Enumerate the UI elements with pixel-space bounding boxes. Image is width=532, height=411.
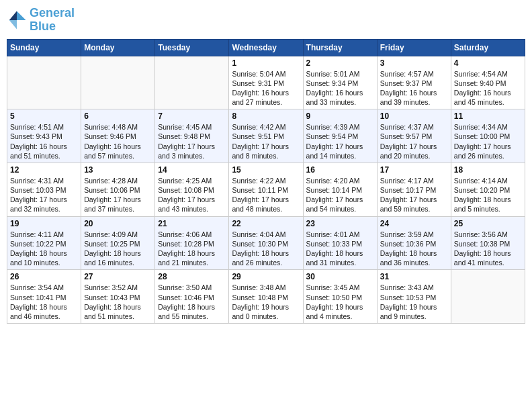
logo-text-line1: General [30,7,75,20]
calendar-cell: 20Sunrise: 4:09 AM Sunset: 10:25 PM Dayl… [81,216,155,270]
day-number: 3 [380,58,448,68]
calendar-cell: 23Sunrise: 4:01 AM Sunset: 10:33 PM Dayl… [303,216,377,270]
day-number: 7 [158,111,226,121]
calendar-week-row: 5Sunrise: 4:51 AM Sunset: 9:43 PM Daylig… [7,109,525,163]
calendar-cell: 30Sunrise: 3:45 AM Sunset: 10:50 PM Dayl… [303,270,377,324]
day-info: Sunrise: 4:20 AM Sunset: 10:14 PM Daylig… [306,176,374,214]
calendar-cell: 4Sunrise: 4:54 AM Sunset: 9:40 PM Daylig… [451,56,525,109]
calendar-cell: 6Sunrise: 4:48 AM Sunset: 9:46 PM Daylig… [81,109,155,163]
calendar-cell: 2Sunrise: 5:01 AM Sunset: 9:34 PM Daylig… [303,56,377,109]
day-info: Sunrise: 4:54 AM Sunset: 9:40 PM Dayligh… [454,69,522,107]
logo-icon [7,10,27,30]
day-number: 21 [158,219,226,228]
calendar-header-row: SundayMondayTuesdayWednesdayThursdayFrid… [7,39,525,56]
day-info: Sunrise: 5:01 AM Sunset: 9:34 PM Dayligh… [306,69,374,107]
calendar-cell: 7Sunrise: 4:45 AM Sunset: 9:48 PM Daylig… [155,109,229,163]
day-number: 11 [454,111,522,121]
day-number: 13 [84,165,152,175]
day-info: Sunrise: 4:34 AM Sunset: 10:00 PM Daylig… [454,122,522,161]
day-info: Sunrise: 3:56 AM Sunset: 10:38 PM Daylig… [454,230,522,268]
day-info: Sunrise: 4:22 AM Sunset: 10:11 PM Daylig… [232,176,300,214]
page-header: General Blue [7,7,525,34]
day-number: 31 [380,272,448,281]
day-number: 12 [10,165,78,175]
calendar-cell: 18Sunrise: 4:14 AM Sunset: 10:20 PM Dayl… [451,163,525,216]
calendar-table: SundayMondayTuesdayWednesdayThursdayFrid… [7,39,525,324]
day-number: 16 [306,165,374,175]
day-number: 1 [232,58,300,68]
day-number: 22 [232,219,300,228]
calendar-cell [81,56,155,109]
weekday-header-saturday: Saturday [451,39,525,56]
day-info: Sunrise: 5:04 AM Sunset: 9:31 PM Dayligh… [232,69,300,107]
weekday-header-friday: Friday [377,39,451,56]
day-info: Sunrise: 3:45 AM Sunset: 10:50 PM Daylig… [306,283,374,321]
day-number: 28 [158,272,226,281]
day-info: Sunrise: 4:57 AM Sunset: 9:37 PM Dayligh… [380,69,448,107]
calendar-cell: 19Sunrise: 4:11 AM Sunset: 10:22 PM Dayl… [7,216,81,270]
calendar-cell: 9Sunrise: 4:39 AM Sunset: 9:54 PM Daylig… [303,109,377,163]
day-number: 5 [10,111,78,121]
day-info: Sunrise: 4:09 AM Sunset: 10:25 PM Daylig… [84,230,152,268]
day-number: 30 [306,272,374,281]
day-info: Sunrise: 4:25 AM Sunset: 10:08 PM Daylig… [158,176,226,214]
day-info: Sunrise: 4:48 AM Sunset: 9:46 PM Dayligh… [84,122,152,161]
svg-marker-0 [17,11,26,20]
day-number: 24 [380,219,448,228]
day-info: Sunrise: 4:04 AM Sunset: 10:30 PM Daylig… [232,230,300,268]
day-number: 10 [380,111,448,121]
day-info: Sunrise: 4:17 AM Sunset: 10:17 PM Daylig… [380,176,448,214]
day-info: Sunrise: 4:06 AM Sunset: 10:28 PM Daylig… [158,230,226,268]
day-info: Sunrise: 4:42 AM Sunset: 9:51 PM Dayligh… [232,122,300,161]
calendar-cell: 21Sunrise: 4:06 AM Sunset: 10:28 PM Dayl… [155,216,229,270]
calendar-week-row: 19Sunrise: 4:11 AM Sunset: 10:22 PM Dayl… [7,216,525,270]
calendar-cell: 10Sunrise: 4:37 AM Sunset: 9:57 PM Dayli… [377,109,451,163]
day-info: Sunrise: 4:28 AM Sunset: 10:06 PM Daylig… [84,176,152,214]
day-number: 4 [454,58,522,68]
day-number: 6 [84,111,152,121]
calendar-cell: 5Sunrise: 4:51 AM Sunset: 9:43 PM Daylig… [7,109,81,163]
calendar-cell: 1Sunrise: 5:04 AM Sunset: 9:31 PM Daylig… [229,56,303,109]
day-info: Sunrise: 3:54 AM Sunset: 10:41 PM Daylig… [10,283,78,321]
day-number: 8 [232,111,300,121]
weekday-header-monday: Monday [81,39,155,56]
day-info: Sunrise: 3:59 AM Sunset: 10:36 PM Daylig… [380,230,448,268]
day-number: 27 [84,272,152,281]
day-info: Sunrise: 4:14 AM Sunset: 10:20 PM Daylig… [454,176,522,214]
day-number: 20 [84,219,152,228]
weekday-header-wednesday: Wednesday [229,39,303,56]
calendar-cell: 28Sunrise: 3:50 AM Sunset: 10:46 PM Dayl… [155,270,229,324]
calendar-cell: 26Sunrise: 3:54 AM Sunset: 10:41 PM Dayl… [7,270,81,324]
day-number: 26 [10,272,78,281]
day-info: Sunrise: 4:45 AM Sunset: 9:48 PM Dayligh… [158,122,226,161]
calendar-cell [155,56,229,109]
weekday-header-thursday: Thursday [303,39,377,56]
day-info: Sunrise: 4:51 AM Sunset: 9:43 PM Dayligh… [10,122,78,161]
calendar-cell: 27Sunrise: 3:52 AM Sunset: 10:43 PM Dayl… [81,270,155,324]
svg-marker-1 [9,11,17,20]
day-number: 25 [454,219,522,228]
day-info: Sunrise: 4:31 AM Sunset: 10:03 PM Daylig… [10,176,78,214]
calendar-cell [451,270,525,324]
calendar-week-row: 26Sunrise: 3:54 AM Sunset: 10:41 PM Dayl… [7,270,525,324]
calendar-cell: 13Sunrise: 4:28 AM Sunset: 10:06 PM Dayl… [81,163,155,216]
svg-marker-2 [9,20,17,30]
calendar-cell: 22Sunrise: 4:04 AM Sunset: 10:30 PM Dayl… [229,216,303,270]
calendar-cell: 25Sunrise: 3:56 AM Sunset: 10:38 PM Dayl… [451,216,525,270]
calendar-cell: 15Sunrise: 4:22 AM Sunset: 10:11 PM Dayl… [229,163,303,216]
logo: General Blue [7,7,75,34]
day-info: Sunrise: 3:50 AM Sunset: 10:46 PM Daylig… [158,283,226,321]
day-number: 18 [454,165,522,175]
day-number: 29 [232,272,300,281]
day-number: 15 [232,165,300,175]
day-number: 17 [380,165,448,175]
day-number: 23 [306,219,374,228]
calendar-cell: 29Sunrise: 3:48 AM Sunset: 10:48 PM Dayl… [229,270,303,324]
calendar-cell: 31Sunrise: 3:43 AM Sunset: 10:53 PM Dayl… [377,270,451,324]
day-info: Sunrise: 3:43 AM Sunset: 10:53 PM Daylig… [380,283,448,321]
day-info: Sunrise: 4:39 AM Sunset: 9:54 PM Dayligh… [306,122,374,161]
calendar-week-row: 12Sunrise: 4:31 AM Sunset: 10:03 PM Dayl… [7,163,525,216]
calendar-cell: 3Sunrise: 4:57 AM Sunset: 9:37 PM Daylig… [377,56,451,109]
calendar-cell: 24Sunrise: 3:59 AM Sunset: 10:36 PM Dayl… [377,216,451,270]
day-info: Sunrise: 3:52 AM Sunset: 10:43 PM Daylig… [84,283,152,321]
